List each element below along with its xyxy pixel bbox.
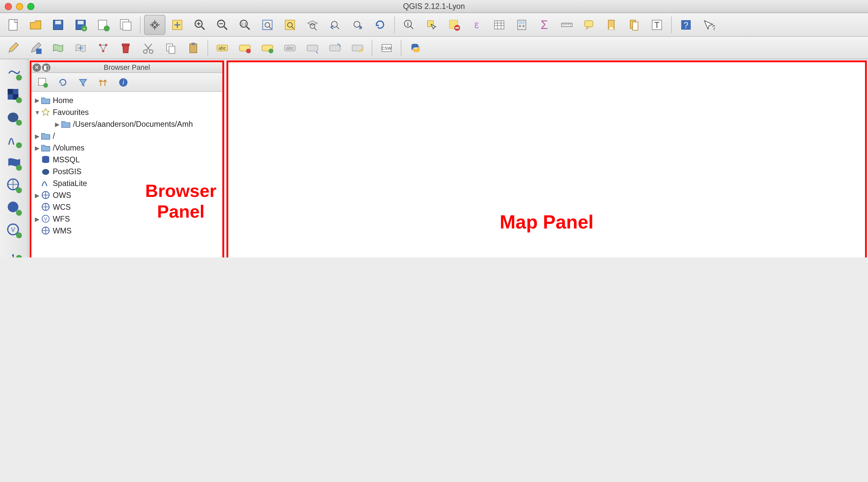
label-rotate-button[interactable]: [324, 37, 346, 58]
label-highlight-button[interactable]: [234, 37, 255, 58]
expand-arrow-icon[interactable]: ▶: [54, 121, 61, 127]
svg-rect-71: [7, 89, 13, 94]
attribute-table-button[interactable]: [489, 14, 510, 35]
browser-tree-item[interactable]: ▶Home: [34, 94, 220, 106]
zoom-last-button[interactable]: [324, 14, 346, 35]
add-spatialite-layer-button[interactable]: [3, 130, 25, 151]
zoom-next-button[interactable]: [347, 14, 368, 35]
add-raster-layer-button[interactable]: [3, 85, 25, 105]
zoom-full-button[interactable]: [257, 14, 278, 35]
new-project-button[interactable]: [2, 14, 24, 35]
show-bookmarks-button[interactable]: [624, 14, 645, 35]
pan-button[interactable]: [144, 14, 166, 35]
pan-to-selection-button[interactable]: [166, 14, 188, 35]
browser-tree-item[interactable]: ▼Favourites: [34, 106, 220, 118]
svg-rect-39: [632, 22, 638, 30]
save-as-button[interactable]: +: [70, 14, 91, 35]
browser-tree-item[interactable]: ▶/Users/aanderson/Documents/Amh: [34, 118, 220, 130]
metasearch-button[interactable]: CSW: [376, 37, 398, 58]
label-move-button[interactable]: [302, 37, 323, 58]
select-by-expression-button[interactable]: ε: [466, 14, 487, 35]
map-canvas[interactable]: Map Panel: [226, 61, 867, 257]
save-edits-button[interactable]: [25, 37, 46, 58]
delete-selected-button[interactable]: [115, 37, 136, 58]
field-calculator-button[interactable]: [511, 14, 532, 35]
panel-close-icon[interactable]: ✕: [33, 63, 41, 71]
close-window-button[interactable]: [5, 3, 12, 10]
whats-this-button[interactable]: ?: [698, 14, 719, 35]
label-tool-abc-button[interactable]: abc: [212, 37, 233, 58]
map-tips-button[interactable]: [579, 14, 600, 35]
browser-tree-item[interactable]: MSSQL: [34, 153, 220, 165]
copy-features-button[interactable]: [160, 37, 181, 58]
zoom-to-layer-button[interactable]: [302, 14, 323, 35]
svg-rect-0: [9, 20, 17, 30]
filter-icon[interactable]: [74, 74, 92, 90]
browser-tree-item[interactable]: WMS: [34, 225, 220, 236]
add-postgis-layer-button[interactable]: [3, 108, 25, 128]
select-features-button[interactable]: [421, 14, 442, 35]
minimize-window-button[interactable]: [16, 3, 23, 10]
toggle-editing-button[interactable]: [2, 37, 24, 58]
browser-tree-item[interactable]: ▶/: [34, 130, 220, 141]
measure-button[interactable]: [556, 14, 578, 35]
properties-icon[interactable]: i: [115, 74, 132, 90]
browser-tree[interactable]: ▶Home▼Favourites▶/Users/aanderson/Docume…: [31, 92, 222, 257]
svg-rect-54: [190, 43, 197, 52]
deselect-button[interactable]: [443, 14, 465, 35]
new-bookmark-button[interactable]: [601, 14, 623, 35]
node-tool-button[interactable]: [93, 37, 114, 58]
tree-item-label: OWS: [52, 191, 71, 199]
tree-item-label: WCS: [52, 202, 71, 212]
zoom-out-button[interactable]: [212, 14, 233, 35]
help-button[interactable]: ?: [675, 14, 697, 35]
composer-manager-button[interactable]: [115, 14, 136, 35]
refresh-icon[interactable]: [54, 74, 72, 90]
add-layer-icon[interactable]: [34, 74, 52, 90]
identify-button[interactable]: i: [398, 14, 420, 35]
expand-arrow-icon[interactable]: ▶: [34, 215, 41, 222]
python-console-button[interactable]: [405, 37, 427, 58]
label-change-button[interactable]: [347, 37, 368, 58]
add-wfs-layer-button[interactable]: V: [3, 221, 25, 241]
zoom-window-button[interactable]: [27, 3, 35, 10]
expand-arrow-icon[interactable]: ▶: [34, 144, 41, 151]
panel-undock-icon[interactable]: ◧: [42, 63, 51, 71]
add-mssql-layer-button[interactable]: [3, 153, 25, 173]
browser-tree-item[interactable]: ▶/Volumes: [34, 141, 220, 153]
add-delimited-text-layer-button[interactable]: ,: [3, 243, 25, 257]
svg-rect-64: [307, 45, 318, 51]
zoom-in-button[interactable]: [189, 14, 210, 35]
statistics-button[interactable]: Σ: [533, 14, 555, 35]
expand-arrow-icon[interactable]: ▶: [34, 97, 41, 103]
add-feature-button[interactable]: [48, 37, 69, 58]
expand-arrow-icon[interactable]: ▼: [34, 109, 41, 115]
svg-point-77: [16, 165, 22, 171]
refresh-button[interactable]: [369, 14, 391, 35]
svg-point-76: [16, 142, 22, 148]
move-feature-button[interactable]: [70, 37, 91, 58]
open-project-button[interactable]: [25, 14, 46, 35]
add-wms-layer-button[interactable]: [3, 175, 25, 196]
zoom-to-selection-button[interactable]: [279, 14, 301, 35]
new-print-composer-button[interactable]: [93, 14, 114, 35]
save-project-button[interactable]: [48, 14, 69, 35]
text-annotation-button[interactable]: T: [646, 14, 668, 35]
cut-features-button[interactable]: [137, 37, 159, 58]
svg-rect-65: [330, 45, 340, 51]
browser-panel-header[interactable]: ✕◧ Browser Panel: [31, 62, 222, 73]
expand-arrow-icon[interactable]: ▶: [34, 132, 41, 139]
add-wcs-layer-button[interactable]: [3, 198, 25, 218]
folder-icon: [61, 120, 71, 128]
paste-features-button[interactable]: [183, 37, 204, 58]
add-vector-layer-button[interactable]: [3, 63, 25, 83]
browser-tree-item[interactable]: PostGIS: [34, 165, 220, 177]
folder-icon: [41, 132, 51, 140]
collapse-all-icon[interactable]: [94, 74, 112, 90]
svg-text:abc: abc: [286, 45, 294, 51]
svg-rect-4: [78, 21, 84, 24]
zoom-native-button[interactable]: 1:1: [234, 14, 255, 35]
expand-arrow-icon[interactable]: ▶: [34, 192, 41, 198]
label-pin-button[interactable]: [257, 37, 278, 58]
label-show-button[interactable]: abc: [279, 37, 301, 58]
